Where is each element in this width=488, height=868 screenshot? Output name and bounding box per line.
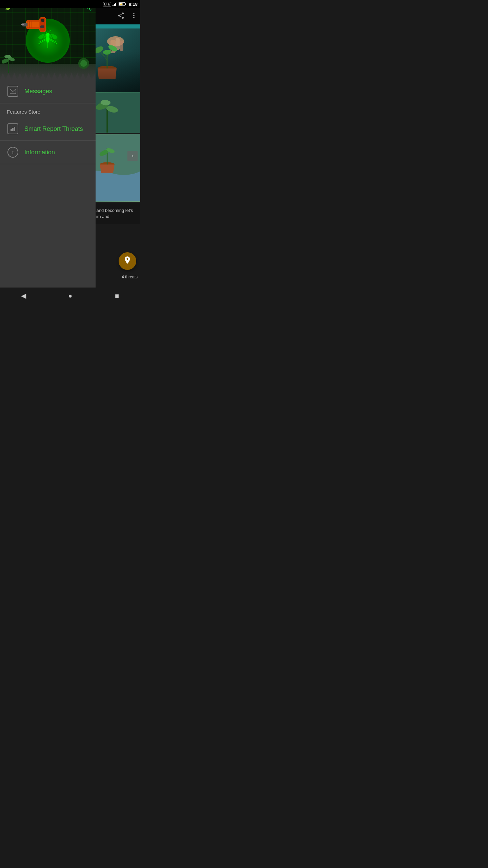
svg-point-48 [4, 55, 11, 58]
svg-rect-3 [120, 41, 123, 51]
threats-count-label: 4 threats [122, 275, 138, 279]
drawer-menu: Messages Features Store Smart Report Thr… [0, 80, 96, 304]
network-indicator: LTE [103, 2, 111, 6]
bar-chart-icon [7, 123, 18, 134]
svg-point-44 [41, 19, 44, 22]
drawer-item-information[interactable]: Information [0, 141, 96, 164]
svg-rect-38 [40, 25, 44, 28]
location-fab[interactable] [119, 252, 136, 270]
svg-rect-43 [31, 21, 32, 28]
svg-rect-57 [113, 5, 114, 6]
location-pin-icon [123, 256, 132, 267]
svg-line-6 [100, 52, 107, 60]
back-button[interactable]: ◀ [17, 289, 30, 302]
home-button[interactable]: ● [63, 289, 77, 302]
information-label: Information [24, 149, 55, 156]
navigation-drawer: 🍃 🦎 🦟 [0, 0, 96, 304]
recents-icon: ■ [115, 292, 119, 300]
nav-chevron[interactable]: › [127, 151, 138, 161]
messages-icon-wrap [7, 85, 19, 97]
information-icon-wrap [7, 146, 19, 158]
drill-icon [21, 10, 55, 47]
drawer-header: 🍃 🦎 🦟 [0, 0, 96, 80]
drawer-item-smart-report-threats[interactable]: Smart Report Threats [0, 117, 96, 141]
svg-rect-56 [13, 152, 13, 154]
svg-rect-59 [115, 3, 116, 6]
section-features-store-label: Features Store [7, 109, 40, 115]
svg-rect-60 [117, 2, 117, 6]
svg-point-10 [103, 50, 111, 55]
recents-button[interactable]: ■ [110, 289, 124, 302]
status-icons: LTE ⚡ 8:18 [103, 2, 138, 7]
info-circle-icon [7, 147, 18, 158]
more-options-icon[interactable] [130, 12, 138, 21]
time-display: 8:18 [129, 2, 138, 7]
svg-rect-62 [125, 3, 126, 5]
header-plant-right [77, 57, 90, 74]
home-icon: ● [68, 292, 72, 300]
svg-rect-41 [27, 21, 28, 28]
status-bar: LTE ⚡ 8:18 [0, 0, 140, 8]
envelope-icon [7, 86, 18, 97]
svg-rect-42 [29, 21, 30, 28]
share-icon[interactable] [117, 12, 125, 21]
messages-label: Messages [24, 88, 52, 95]
smart-report-threats-label: Smart Report Threats [24, 125, 83, 133]
svg-rect-54 [14, 127, 15, 131]
svg-point-55 [13, 151, 14, 152]
drawer-item-messages[interactable]: Messages [0, 80, 96, 103]
svg-rect-52 [11, 129, 12, 131]
battery-icon: ⚡ [119, 2, 126, 6]
svg-point-50 [80, 60, 87, 67]
bottom-navigation: ◀ ● ■ [0, 288, 140, 304]
svg-rect-40 [21, 24, 24, 25]
svg-point-4 [98, 66, 117, 71]
svg-text:⚡: ⚡ [120, 3, 123, 6]
section-features-store: Features Store [0, 103, 96, 117]
drill-mosquito-area [17, 8, 78, 66]
back-icon: ◀ [21, 292, 26, 300]
svg-rect-53 [12, 128, 14, 131]
header-plant-left [2, 52, 20, 74]
smart-report-icon-wrap [7, 123, 19, 135]
signal-icon [113, 2, 117, 6]
svg-rect-58 [114, 4, 115, 6]
